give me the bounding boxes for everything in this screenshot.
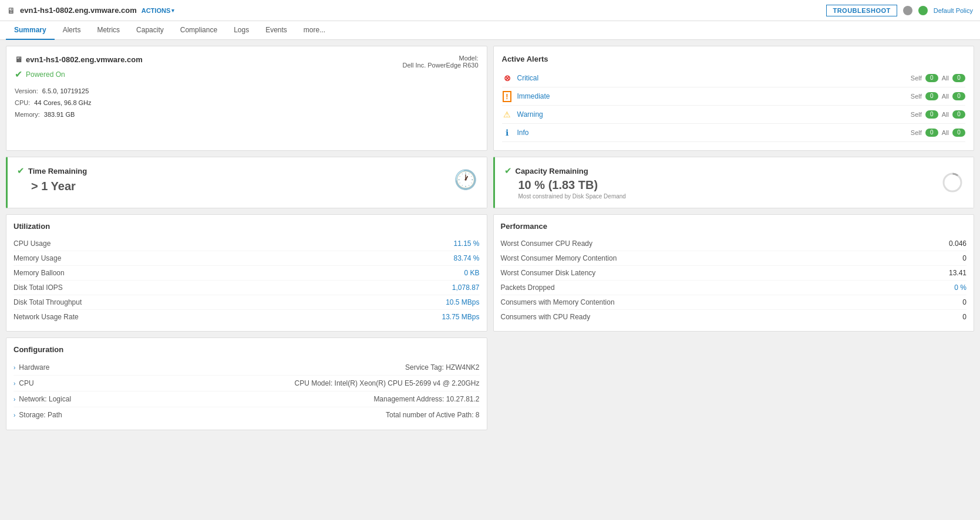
alert-warning-row: ⚠ Warning Self 0 All 0 bbox=[502, 106, 966, 124]
warning-all-badge: 0 bbox=[952, 110, 965, 119]
status-icon-1 bbox=[903, 6, 912, 15]
config-title: Configuration bbox=[14, 345, 480, 354]
critical-icon: ⊗ bbox=[502, 73, 513, 83]
host-model: Model: Dell Inc. PowerEdge R630 bbox=[402, 55, 478, 69]
top-bar-left: 🖥 evn1-hs1-0802.eng.vmware.com ACTIONS ▾ bbox=[7, 6, 174, 15]
utilization-title: Utilization bbox=[14, 222, 480, 231]
cr-subtitle: Most constrained by Disk Space Demand bbox=[518, 193, 626, 200]
immediate-label[interactable]: Immediate bbox=[517, 92, 911, 100]
perf-row-2: Worst Consumer Disk Latency 13.41 bbox=[501, 266, 967, 281]
tr-inner: ✔ Time Remaining > 1 Year 🕐 bbox=[17, 166, 477, 193]
warning-badges: Self 0 All 0 bbox=[911, 110, 965, 119]
time-remaining-card: ✔ Time Remaining > 1 Year 🕐 bbox=[6, 157, 487, 208]
performance-list: Worst Consumer CPU Ready 0.046 Worst Con… bbox=[501, 237, 967, 324]
pie-chart-icon bbox=[941, 171, 964, 194]
host-server-icon: 🖥 bbox=[15, 55, 22, 64]
immediate-self-badge: 0 bbox=[925, 92, 938, 100]
host-details: Version: 6.5.0, 10719125 CPU: 44 Cores, … bbox=[15, 86, 479, 120]
chevron-icon-1[interactable]: › bbox=[14, 380, 15, 387]
tab-events[interactable]: Events bbox=[257, 21, 295, 40]
warning-icon: ⚠ bbox=[502, 109, 513, 120]
tr-check-icon: ✔ bbox=[17, 166, 25, 176]
actions-button[interactable]: ACTIONS ▾ bbox=[142, 7, 175, 14]
troubleshoot-button[interactable]: TROUBLESHOOT bbox=[826, 5, 897, 16]
perf-row-0: Worst Consumer CPU Ready 0.046 bbox=[501, 237, 967, 251]
top-bar: 🖥 evn1-hs1-0802.eng.vmware.com ACTIONS ▾… bbox=[0, 0, 980, 21]
cr-inner: ✔ Capacity Remaining 10 % (1.83 TB) Most… bbox=[504, 166, 965, 200]
tab-metrics[interactable]: Metrics bbox=[89, 21, 128, 40]
util-row-2: Memory Balloon 0 KB bbox=[14, 266, 480, 281]
info-badges: Self 0 All 0 bbox=[911, 129, 965, 137]
util-row-0: CPU Usage 11.15 % bbox=[14, 237, 480, 251]
cpu-row: CPU: 44 Cores, 96.8 GHz bbox=[15, 97, 479, 109]
immediate-all-badge: 0 bbox=[952, 92, 965, 100]
config-left-1: › CPU bbox=[14, 379, 34, 387]
warning-label[interactable]: Warning bbox=[517, 110, 911, 119]
info-icon: ℹ bbox=[502, 127, 513, 138]
default-policy-link[interactable]: Default Policy bbox=[934, 7, 973, 14]
cr-header: ✔ Capacity Remaining bbox=[504, 166, 626, 176]
tab-compliance[interactable]: Compliance bbox=[172, 21, 225, 40]
config-left-0: › Hardware bbox=[14, 363, 49, 372]
util-row-3: Disk Total IOPS 1,078.87 bbox=[14, 281, 480, 295]
host-status: ✔ Powered On bbox=[15, 69, 479, 80]
alert-critical-row: ⊗ Critical Self 0 All 0 bbox=[502, 69, 966, 87]
config-left-3: › Storage: Path bbox=[14, 411, 62, 419]
alert-immediate-row: ! Immediate Self 0 All 0 bbox=[502, 87, 966, 106]
host-info-card: 🖥 evn1-hs1-0802.eng.vmware.com Model: De… bbox=[6, 46, 487, 151]
config-list: › Hardware Service Tag: HZW4NK2 › CPU CP… bbox=[14, 360, 480, 423]
tab-alerts[interactable]: Alerts bbox=[55, 21, 89, 40]
utilization-list: CPU Usage 11.15 % Memory Usage 83.74 % M… bbox=[14, 237, 480, 324]
tr-value: > 1 Year bbox=[31, 180, 87, 193]
chevron-icon-2[interactable]: › bbox=[14, 396, 15, 403]
host-title: 🖥 evn1-hs1-0802.eng.vmware.com bbox=[15, 55, 143, 64]
immediate-badges: Self 0 All 0 bbox=[911, 92, 965, 100]
chevron-icon-3[interactable]: › bbox=[14, 412, 15, 418]
perf-row-5: Consumers with CPU Ready 0 bbox=[501, 310, 967, 324]
perf-row-1: Worst Consumer Memory Contention 0 bbox=[501, 251, 967, 266]
active-alerts-card: Active Alerts ⊗ Critical Self 0 All 0 ! … bbox=[493, 46, 975, 151]
version-row: Version: 6.5.0, 10719125 bbox=[15, 86, 479, 97]
tab-capacity[interactable]: Capacity bbox=[128, 21, 172, 40]
top-bar-right: TROUBLESHOOT Default Policy bbox=[826, 5, 973, 16]
critical-badges: Self 0 All 0 bbox=[911, 74, 965, 82]
perf-row-3: Packets Dropped 0 % bbox=[501, 281, 967, 295]
util-row-5: Network Usage Rate 13.75 MBps bbox=[14, 310, 480, 324]
util-row-1: Memory Usage 83.74 % bbox=[14, 251, 480, 266]
performance-card: Performance Worst Consumer CPU Ready 0.0… bbox=[493, 214, 975, 332]
main-content: 🖥 evn1-hs1-0802.eng.vmware.com Model: De… bbox=[0, 40, 980, 436]
tr-header: ✔ Time Remaining bbox=[17, 166, 87, 176]
memory-row: Memory: 383.91 GB bbox=[15, 109, 479, 121]
tab-more[interactable]: more... bbox=[295, 21, 334, 40]
cr-check-icon: ✔ bbox=[504, 166, 512, 176]
config-left-2: › Network: Logical bbox=[14, 395, 71, 403]
tr-title: Time Remaining bbox=[28, 167, 87, 175]
svg-point-0 bbox=[944, 174, 961, 191]
powered-on-icon: ✔ bbox=[15, 69, 22, 80]
clock-icon: 🕐 bbox=[454, 168, 477, 191]
config-row-3: › Storage: Path Total number of Active P… bbox=[14, 407, 480, 423]
critical-all-badge: 0 bbox=[952, 74, 965, 82]
performance-title: Performance bbox=[501, 222, 967, 231]
tab-logs[interactable]: Logs bbox=[225, 21, 257, 40]
configuration-card: Configuration › Hardware Service Tag: HZ… bbox=[6, 337, 487, 430]
host-icon: 🖥 bbox=[7, 6, 15, 15]
tab-summary[interactable]: Summary bbox=[6, 21, 55, 40]
chevron-icon-0[interactable]: › bbox=[14, 364, 15, 371]
status-icon-2 bbox=[918, 6, 928, 15]
info-label[interactable]: Info bbox=[517, 129, 911, 137]
config-row-1: › CPU CPU Model: Intel(R) Xeon(R) CPU E5… bbox=[14, 376, 480, 391]
cr-title: Capacity Remaining bbox=[516, 167, 588, 175]
alerts-title: Active Alerts bbox=[502, 55, 966, 63]
nav-tabs: Summary Alerts Metrics Capacity Complian… bbox=[0, 21, 980, 40]
cr-left: ✔ Capacity Remaining 10 % (1.83 TB) Most… bbox=[504, 166, 626, 200]
config-row-2: › Network: Logical Management Address: 1… bbox=[14, 391, 480, 407]
capacity-remaining-card: ✔ Capacity Remaining 10 % (1.83 TB) Most… bbox=[493, 157, 975, 208]
powered-on-label: Powered On bbox=[26, 70, 65, 79]
immediate-icon: ! bbox=[502, 91, 513, 102]
perf-row-4: Consumers with Memory Contention 0 bbox=[501, 295, 967, 310]
config-row-0: › Hardware Service Tag: HZW4NK2 bbox=[14, 360, 480, 376]
info-all-badge: 0 bbox=[952, 129, 965, 137]
host-header-row: 🖥 evn1-hs1-0802.eng.vmware.com Model: De… bbox=[15, 55, 479, 69]
critical-label[interactable]: Critical bbox=[517, 74, 911, 82]
